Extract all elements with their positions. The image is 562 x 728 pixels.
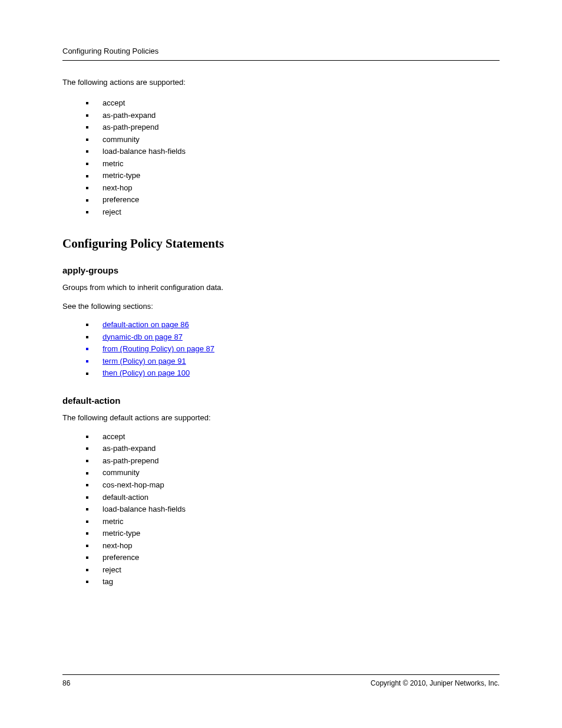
para-default-action: The following default actions are suppor… [62,413,500,423]
running-title: Configuring Routing Policies [62,46,500,57]
list-item: next-hop [86,541,500,551]
page-number: 86 [62,678,70,688]
copyright: Copyright © 2010, Juniper Networks, Inc. [371,678,500,688]
intro-text: The following actions are supported: [62,77,500,88]
list-item: metric-type [86,170,500,181]
list-item: preference [86,552,500,563]
xref-link[interactable]: from (Routing Policy) on page 87 [103,344,214,353]
list-item: as-path-expand [86,110,500,121]
list-item: as-path-prepend [86,122,500,133]
list-item: metric-type [86,528,500,539]
list-item: term (Policy) on page 91 [86,356,500,367]
subsection-apply-groups: apply-groups [62,265,500,276]
list-item: from (Routing Policy) on page 87 [86,344,500,354]
see-also-links: default-action on page 86dynamic-db on p… [86,319,500,378]
para-see-also: See the following sections: [62,301,500,312]
list-item: as-path-expand [86,443,500,454]
section-title-policy: Configuring Policy Statements [62,235,500,252]
xref-link[interactable]: term (Policy) on page 91 [103,357,186,365]
list-item: tag [86,577,500,587]
header-rule [62,60,500,61]
list-item: preference [86,195,500,205]
list-item: accept [86,98,500,108]
default-actions-list: acceptas-path-expandas-path-prependcommu… [86,431,500,587]
list-item: default-action [86,492,500,503]
subsection-default-action: default-action [62,395,500,407]
list-item: then (Policy) on page 100 [86,368,500,378]
xref-link[interactable]: default-action on page 86 [103,320,189,329]
list-item: reject [86,207,500,218]
list-item: cos-next-hop-map [86,480,500,490]
list-item: accept [86,431,500,442]
para-apply-groups: Groups from which to inherit configurati… [62,282,500,293]
list-item: dynamic-db on page 87 [86,332,500,342]
page-footer: 86 Copyright © 2010, Juniper Networks, I… [62,674,500,688]
list-item: metric [86,159,500,169]
xref-link[interactable]: dynamic-db on page 87 [103,332,183,341]
footer-rule [62,674,500,675]
list-item: community [86,467,500,478]
list-item: next-hop [86,183,500,193]
list-item: as-path-prepend [86,456,500,466]
list-item: load-balance hash-fields [86,504,500,515]
actions-list: acceptas-path-expandas-path-prependcommu… [86,98,500,217]
list-item: community [86,134,500,145]
list-item: metric [86,516,500,527]
list-item: default-action on page 86 [86,319,500,330]
list-item: load-balance hash-fields [86,146,500,157]
list-item: reject [86,565,500,575]
xref-link[interactable]: then (Policy) on page 100 [103,368,190,377]
